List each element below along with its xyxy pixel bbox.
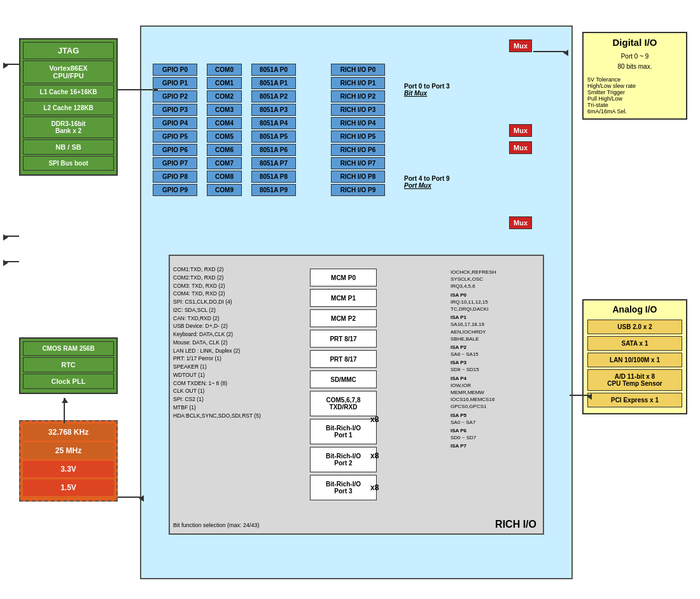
- center-box-5: SD/MMC: [310, 370, 377, 388]
- cpu-block: JTAG Vortex86EX CPU/FPU L1 Cache 16+16KB…: [19, 38, 118, 176]
- mux-top: Mux: [509, 39, 532, 52]
- arrow-osc-right: [118, 497, 140, 498]
- bitmux-label: Bit Mux: [404, 90, 506, 97]
- isa-line: SD0 ~ SD7: [451, 434, 540, 441]
- mux-bot: Mux: [509, 216, 532, 229]
- digital-io-bits: 80 bits max.: [587, 63, 682, 70]
- digital-io-block: Digital I/O Port 0 ~ 9 80 bits max. 5V T…: [582, 32, 687, 120]
- rich-item-7: RICH I/O P7: [331, 157, 385, 169]
- analog-io-block: Analog I/O USB 2.0 x 2SATA x 1LAN 10/100…: [582, 299, 687, 414]
- clock-label: Clock PLL: [23, 374, 114, 389]
- digital-feature: High/Low slew rate: [587, 83, 682, 89]
- isa-line: ISA P4: [451, 375, 540, 382]
- center-box-1: MCM P1: [310, 289, 377, 307]
- com-item-4: COM4: [207, 117, 242, 129]
- rich-left-line: HDA:BCLK,SYNC,SDO,SDI,RST (5): [173, 412, 307, 420]
- rich-item-6: RICH I/O P6: [331, 144, 385, 156]
- analog-item: PCI Express x 1: [587, 393, 682, 407]
- rich-left-line: COM TXDEN: 1~ 8 (8): [173, 379, 307, 388]
- com-item-9: COM9: [207, 184, 242, 196]
- mcu-item-3: 8051A P3: [251, 104, 296, 116]
- isa-line: IOW,IOR: [451, 382, 540, 389]
- cpu-label: Vortex86EX CPU/FPU: [23, 60, 114, 83]
- com-item-6: COM6: [207, 144, 242, 156]
- mcu-item-8: 8051A P8: [251, 171, 296, 183]
- x8-label-3: x8: [370, 483, 379, 492]
- mcu-column: 8051A P08051A P18051A P28051A P38051A P4…: [251, 64, 296, 196]
- rich-item-2: RICH I/O P2: [331, 90, 385, 102]
- isa-line: SA0 ~ SA7: [451, 419, 540, 426]
- cmos-block: CMOS RAM 256B RTC Clock PLL: [19, 337, 118, 394]
- cmos-label: CMOS RAM 256B: [23, 341, 114, 356]
- isa-line: MEMR,MEMW: [451, 389, 540, 396]
- analog-items: USB 2.0 x 2SATA x 1LAN 10/100M x 1A/D 11…: [587, 320, 682, 407]
- isa-line: SBHE,BALE: [451, 335, 540, 342]
- port49-section: Port 4 to Port 9 Port Mux: [404, 175, 506, 189]
- mcu-item-4: 8051A P4: [251, 117, 296, 129]
- analog-item: SATA x 1: [587, 336, 682, 351]
- gpio-item-6: GPIO P6: [153, 144, 197, 156]
- isa-line: SA16,17,18,19: [451, 321, 540, 328]
- rich-io-label: RICH I/O: [495, 519, 536, 530]
- isa-line: TC,DRQI,DACKI: [451, 306, 540, 313]
- analog-io-title: Analog I/O: [587, 304, 682, 314]
- digital-feature: 6mA/16mA Sel.: [587, 108, 682, 115]
- rich-item-5: RICH I/O P5: [331, 130, 385, 143]
- isa-line: ISA P0: [451, 292, 540, 299]
- mcu-item-2: 8051A P2: [251, 90, 296, 102]
- center-box-4: PRT 8/17: [310, 350, 377, 368]
- mcu-item-9: 8051A P9: [251, 184, 296, 196]
- isa-line: GPCS0,GPCS1: [451, 403, 540, 410]
- nb-sb-label: NB / SB: [23, 139, 114, 155]
- arrowhead-spi: [3, 260, 8, 266]
- portmux-label: Port Mux: [404, 182, 506, 189]
- analog-item: USB 2.0 x 2: [587, 320, 682, 334]
- rich-left-line: SPI: CS1,CLK,DO,DI (4): [173, 298, 307, 306]
- isa-line: ISA P5: [451, 412, 540, 419]
- arrowhead-jtag: [3, 62, 8, 69]
- com-item-7: COM7: [207, 157, 242, 169]
- center-box-7: Bit-Rich-I/O Port 1: [310, 419, 377, 444]
- rich-item-1: RICH I/O P1: [331, 77, 385, 89]
- analog-item: LAN 10/100M x 1: [587, 353, 682, 367]
- digital-io-range: Port 0 ~ 9: [587, 53, 682, 60]
- digital-io-title: Digital I/O: [587, 37, 682, 48]
- rtc-label: RTC: [23, 357, 114, 372]
- gpio-item-3: GPIO P3: [153, 104, 197, 116]
- isa-line: IOCHCK,REFRESH: [451, 269, 540, 276]
- gpio-item-1: GPIO P1: [153, 77, 197, 89]
- isa-line: ISA P1: [451, 314, 540, 321]
- center-boxes: MCM P0MCM P1MCM P2PRT 8/17PRT 8/17SD/MMC…: [310, 269, 377, 500]
- digital-feature: Smitter Trigger: [587, 89, 682, 95]
- gpio-item-0: GPIO P0: [153, 64, 197, 76]
- jtag-label: JTAG: [23, 42, 114, 59]
- gpio-item-5: GPIO P5: [153, 130, 197, 143]
- com-item-0: COM0: [207, 64, 242, 76]
- mcu-item-5: 8051A P5: [251, 130, 296, 143]
- rich-left-line: Mouse: DATA, CLK (2): [173, 339, 307, 347]
- bit-function-label: Bit function selection (max: 24/43): [173, 522, 260, 528]
- gpio-item-9: GPIO P9: [153, 184, 197, 196]
- arrowhead-osc: [62, 398, 68, 403]
- rich-left-line: CAN: TXD,RXD (2): [173, 314, 307, 323]
- mcu-item-0: 8051A P0: [251, 64, 296, 76]
- rich-left-line: Keyboard: DATA,CLK (2): [173, 330, 307, 339]
- gpio-item-4: GPIO P4: [153, 117, 197, 129]
- digital-io-features: 5V ToleranceHigh/Low slew rateSmitter Tr…: [587, 76, 682, 115]
- isa-line: AEN,IOCHRDY: [451, 328, 540, 335]
- rich-left-text: COM1:TXD, RXD (2)COM2:TXD, RXD (2)COM3: …: [173, 265, 307, 419]
- v1-label: 3.3V: [23, 461, 114, 477]
- gpio-item-2: GPIO P2: [153, 90, 197, 102]
- rich-item-4: RICH I/O P4: [331, 117, 385, 129]
- rich-left-line: COM2:TXD, RXD (2): [173, 274, 307, 282]
- rich-left-line: SPEAKER (1): [173, 363, 307, 371]
- center-box-2: MCM P2: [310, 309, 377, 327]
- rich-left-line: WDTOUT (1): [173, 371, 307, 379]
- arrowhead-digital-top: [563, 50, 568, 56]
- isa-line: ISA P2: [451, 344, 540, 351]
- rich-item-8: RICH I/O P8: [331, 171, 385, 183]
- arrowhead-nb: [3, 234, 8, 241]
- rich-item-0: RICH I/O P0: [331, 64, 385, 76]
- gpio-item-8: GPIO P8: [153, 171, 197, 183]
- rich-left-line: COM3: TXD, RXD (2): [173, 282, 307, 290]
